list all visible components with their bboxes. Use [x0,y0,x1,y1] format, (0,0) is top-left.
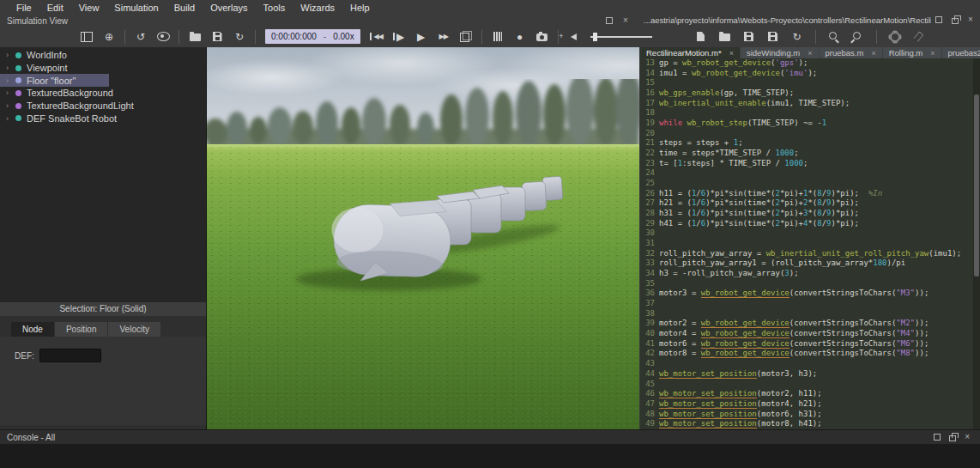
render-toggle-button[interactable] [455,28,477,46]
editor-tab-pruebas-m[interactable]: pruebas.m× [820,47,882,58]
line-number: 42 [642,349,655,359]
reload-world-button[interactable]: ↻ [228,28,251,46]
selection-tab-position[interactable]: Position [55,322,108,337]
menu-build[interactable]: Build [166,2,203,14]
line-number: 35 [642,279,655,289]
volume-slider-handle[interactable] [593,33,597,41]
chevron-right-icon[interactable]: › [6,101,14,110]
code-text: wb_motor_set_position(motor3, h3); [659,369,817,380]
tree-item-texturedbackground[interactable]: ›TexturedBackground [0,87,206,100]
scrollbar-handle[interactable] [974,94,979,277]
close-tab-icon[interactable]: × [871,49,875,58]
selection-body: DEF: [0,337,206,425]
restore-icon[interactable] [952,18,959,24]
editor-tab-sidewinding-m[interactable]: sideWinding.m× [741,47,819,58]
console-output [0,444,980,468]
close-tab-icon[interactable]: × [930,49,935,58]
code-text: wb_motor_set_position(motor2, h11); [659,389,822,399]
code-line-26: 26h11 = (1/6)*pi*sin(time*(2*pi)+1*(8/9)… [640,189,973,199]
3d-viewport[interactable] [207,47,639,429]
chevron-right-icon[interactable]: › [6,51,14,59]
close-icon[interactable]: × [968,16,973,23]
restore-icon[interactable] [949,435,956,441]
node-dot-icon [15,52,21,58]
code-line-34: 34h3 = -roll_pitch_yaw_array(3); [640,269,973,279]
code-line-38: 38 [640,309,973,319]
line-number: 19 [642,119,655,129]
menu-file[interactable]: File [9,2,39,14]
chevron-right-icon[interactable]: › [6,114,14,123]
step-button[interactable]: ▶ [388,28,410,46]
selection-tab-velocity[interactable]: Velocity [108,322,160,337]
chevron-right-icon[interactable]: › [6,88,14,97]
revert-file-button[interactable]: ↻ [787,28,808,46]
simulation-time: 0:00:00:000 [271,32,317,41]
new-file-button[interactable] [691,28,711,46]
editor-tab-rolling-m[interactable]: Rolling.m× [883,47,941,58]
editor-tab-rectilinearmotion-m[interactable]: RectilinearMotion.m*× [640,47,740,58]
close-icon[interactable]: × [623,17,628,24]
tree-item-viewpoint[interactable]: ›Viewpoint [0,62,206,75]
line-number: 18 [642,108,655,119]
tree-item-texturedbackgroundlight[interactable]: ›TexturedBackgroundLight [0,100,206,112]
line-number: 17 [642,99,655,109]
code-line-18: 18 [640,108,973,119]
movie-button[interactable] [487,28,509,46]
code-line-42: 42motor8 = wb_robot_get_device(convertSt… [640,349,973,359]
chevron-right-icon[interactable]: › [6,76,14,85]
menu-simulation[interactable]: Simulation [106,2,166,14]
find-button[interactable] [824,28,844,46]
tree-item-worldinfo[interactable]: ›WorldInfo [0,49,206,62]
editor-scrollbar[interactable] [973,58,980,429]
menu-wizards[interactable]: Wizards [293,2,342,14]
open-file-button[interactable] [715,28,735,46]
menu-edit[interactable]: Edit [39,2,71,14]
toggle-panel-button[interactable] [76,28,98,46]
menu-view[interactable]: View [71,2,107,14]
line-number: 45 [642,380,655,390]
code-text: motor8 = wb_robot_get_device(convertStri… [659,349,929,359]
tree-item-label: TexturedBackgroundLight [27,100,134,111]
fast-forward-button[interactable]: ▶▶ [433,28,455,46]
save-world-button[interactable] [206,28,228,46]
line-number: 36 [642,289,655,299]
selection-tab-node[interactable]: Node [11,322,54,337]
close-tab-icon[interactable]: × [808,49,812,58]
code-text: imu1 = wb_robot_get_device('imu'); [659,69,817,79]
code-line-48: 48wb_motor_set_position(motor6, h31); [640,410,973,420]
code-line-19: 19while wb_robot_step(TIME_STEP) ~= -1 [640,119,973,129]
menu-tools[interactable]: Tools [256,2,293,14]
close-tab-icon[interactable]: × [729,49,734,58]
screenshot-button[interactable] [531,28,554,46]
undock-icon[interactable] [606,17,613,24]
minimize-icon[interactable] [935,16,942,23]
save-file-button[interactable] [739,28,759,46]
restore-viewpoint-button[interactable] [152,28,174,46]
close-icon[interactable]: × [965,434,970,441]
chevron-right-icon[interactable]: › [6,64,14,72]
rewind-button[interactable]: ◀◀ [366,28,388,46]
play-button[interactable]: ▶ [410,28,433,46]
editor-tab-pruebas2022-m[interactable]: pruebas2022.m× [942,47,980,58]
open-world-button[interactable] [184,28,206,46]
tab-label: pruebas2022.m [948,48,980,58]
menu-help[interactable]: Help [342,2,378,14]
record-button[interactable]: ● [509,28,531,46]
minimize-icon[interactable] [934,434,941,441]
preferences-button[interactable] [885,28,905,46]
save-as-button[interactable] [763,28,783,46]
line-number: 24 [642,168,655,179]
def-input[interactable] [39,349,101,362]
add-node-button[interactable]: ⊕ [98,28,120,46]
tree-item-def-snakebot-robot[interactable]: ›DEF SnakeBot Robot [0,112,206,125]
menu-overlays[interactable]: Overlays [203,2,255,14]
code-editor[interactable]: 13gp = wb_robot_get_device('gps');14imu1… [640,58,973,429]
tree-item-floor-floor[interactable]: ›Floor "floor" [0,74,109,87]
reset-simulation-button[interactable]: ↺ [130,28,152,46]
line-number: 20 [642,129,655,139]
find-replace-button[interactable] [848,28,868,46]
line-number: 22 [642,149,655,159]
sound-button[interactable] [563,28,585,46]
line-number: 31 [642,239,655,249]
attach-button[interactable] [909,28,929,46]
